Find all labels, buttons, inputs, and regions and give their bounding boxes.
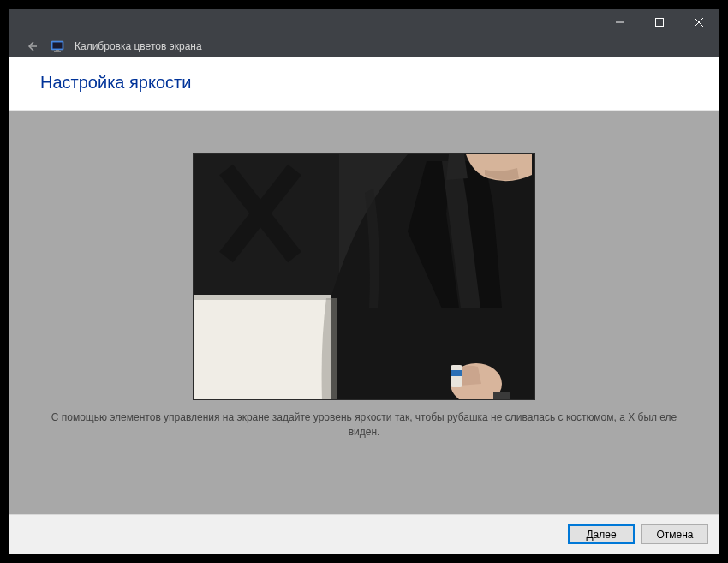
cancel-button[interactable]: Отмена [641,524,708,544]
svg-rect-8 [54,51,61,52]
page-title: Настройка яркости [40,73,688,93]
app-icon [51,39,64,53]
outer-frame: Калибровка цветов экрана Настройка яркос… [0,0,728,563]
titlebar [9,9,719,35]
content-area: С помощью элементов управления на экране… [9,111,719,514]
minimize-button[interactable] [600,9,640,35]
maximize-button[interactable] [640,9,679,35]
calibration-sample-image [193,153,535,400]
instruction-text: С помощью элементов управления на экране… [26,400,702,440]
breadcrumb-title: Калибровка цветов экрана [75,40,202,52]
next-button[interactable]: Далее [568,524,635,544]
svg-rect-13 [194,298,331,400]
svg-rect-18 [493,392,510,400]
close-button[interactable] [679,9,719,35]
header-section: Настройка яркости [9,57,719,111]
svg-rect-1 [656,19,664,27]
svg-rect-14 [194,295,331,300]
button-bar: Далее Отмена [9,514,719,554]
wizard-window: Калибровка цветов экрана Настройка яркос… [9,9,719,554]
svg-rect-6 [53,43,63,49]
breadcrumb-bar: Калибровка цветов экрана [9,35,719,57]
svg-rect-7 [56,50,59,51]
svg-rect-17 [451,370,462,376]
back-arrow-icon[interactable] [23,38,40,55]
